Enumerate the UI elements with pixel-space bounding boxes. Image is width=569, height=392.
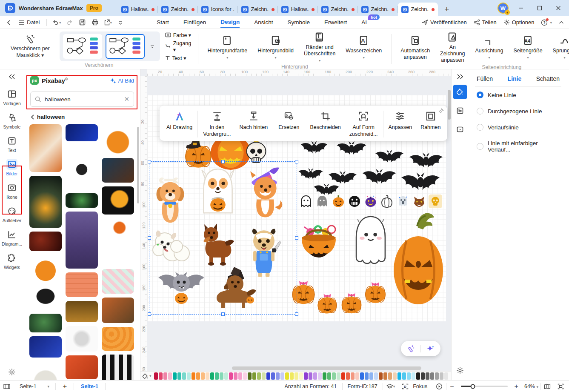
panel-scrollbar[interactable] (137, 127, 139, 203)
color-swatch[interactable] (313, 372, 317, 380)
ribbon-zugang-button[interactable]: *Zugang ▾ (165, 40, 194, 53)
color-swatch[interactable] (440, 372, 443, 380)
image-result-haunted-night-scene[interactable] (102, 158, 134, 183)
image-result-pumpkin-pile-photo[interactable] (102, 298, 134, 323)
sidebar-item-symbole[interactable]: Symbole (1, 109, 23, 132)
layers-icon[interactable]: ▾ (383, 383, 399, 389)
theme-more-button[interactable] (148, 44, 157, 49)
clipart-bow-pumpkin[interactable] (363, 277, 387, 310)
clipart-purple-pumpkin[interactable] (363, 194, 378, 209)
color-swatch[interactable] (234, 372, 237, 380)
ribbon-button[interactable]: Ränder und Überschriften▾ (299, 31, 340, 63)
color-swatch[interactable] (159, 372, 163, 380)
color-swatch[interactable] (332, 372, 336, 380)
clipart-pumpkin-outline[interactable] (380, 194, 394, 209)
active-page-tab[interactable]: Seite-1 (74, 383, 105, 389)
print-button[interactable] (89, 17, 100, 28)
color-swatch[interactable] (379, 372, 383, 380)
clipart-bow-pumpkin[interactable] (316, 292, 339, 317)
document-tab[interactable]: Icons for ... (198, 3, 238, 16)
magic-wand-button[interactable] (401, 341, 420, 356)
color-swatch[interactable] (421, 372, 425, 380)
color-swatch[interactable] (318, 372, 322, 380)
menu-einfügen[interactable]: Einfügen (183, 17, 206, 27)
color-swatch[interactable] (177, 372, 181, 380)
image-result-spooky-forest-pumpkin[interactable] (29, 176, 62, 228)
color-swatch[interactable] (412, 372, 415, 380)
document-tab[interactable]: Hallow... (118, 3, 158, 16)
collapse-toolbar-icon[interactable] (559, 20, 564, 24)
image-result-green-web-dark[interactable] (29, 314, 62, 332)
ai-image-button[interactable]: AI Bild (110, 77, 134, 84)
document-tab[interactable]: Hallow... (278, 3, 318, 16)
color-swatch[interactable] (397, 372, 401, 380)
ribbon-button[interactable]: An Zeichnung anpassen (435, 31, 470, 63)
color-swatch[interactable] (280, 372, 284, 380)
color-swatch[interactable] (309, 372, 312, 380)
sidebar-item-diagram[interactable]: Diagram... (1, 226, 23, 249)
save-button[interactable] (77, 17, 88, 28)
color-swatch[interactable] (168, 372, 172, 380)
color-swatch[interactable] (416, 372, 420, 380)
zoom-slider[interactable] (461, 386, 508, 387)
sidebar-item-text[interactable]: Text (1, 132, 23, 156)
pan-map-icon[interactable] (540, 383, 554, 389)
color-swatch[interactable] (252, 372, 256, 380)
toolbar-anpassen-button[interactable]: Anpassen (384, 110, 417, 132)
menu-start[interactable]: Start (157, 17, 169, 27)
image-result-red-pumpkins-photo[interactable] (66, 355, 98, 379)
ribbon-button[interactable]: Hintergrundbild▾ (252, 35, 299, 60)
clipart-bat[interactable] (298, 166, 323, 183)
color-swatch[interactable] (163, 372, 167, 380)
zoom-in-button[interactable]: + (511, 383, 522, 390)
selection-handle[interactable] (148, 160, 151, 163)
vertical-scrollbar[interactable] (448, 77, 451, 369)
file-menu[interactable]: Datei (16, 19, 42, 26)
toolbar-ersetzen-button[interactable]: Ersetzen (274, 110, 303, 132)
color-swatch[interactable] (229, 372, 233, 380)
color-swatch[interactable] (407, 372, 411, 380)
maximize-button[interactable] (533, 2, 546, 14)
presentation-play-icon[interactable] (432, 383, 446, 390)
clipart-bat[interactable] (375, 148, 404, 166)
fill-line-tool[interactable] (453, 85, 467, 99)
toolbar-auf-button[interactable]: Auf Form zuschneid... (345, 110, 382, 138)
color-swatch[interactable] (402, 372, 406, 380)
beautify-by-click-button[interactable]: Verschönern per Mausklick ▾ (4, 34, 56, 59)
clipart-ghost-light[interactable] (396, 194, 410, 209)
image-result-sketch-ghost[interactable] (66, 326, 98, 352)
collapse-ribbon-icon[interactable] (115, 17, 126, 28)
redo-button[interactable] (64, 17, 75, 28)
clipart-skull-yellow[interactable] (428, 194, 443, 209)
selection-handle[interactable] (295, 160, 298, 163)
color-swatch[interactable] (299, 372, 303, 380)
color-swatch[interactable] (346, 372, 350, 380)
tab-füllen[interactable]: Füllen (477, 75, 493, 82)
help-button[interactable]: ?▾ (541, 19, 552, 26)
color-swatch[interactable] (243, 372, 247, 380)
color-swatch[interactable] (182, 372, 186, 380)
drawing-canvas[interactable]: 20406080100120140160180200220240260280 2… (140, 69, 451, 371)
sidebar-item-bilder[interactable]: Bilder (1, 156, 23, 179)
clipart-carved-tall-pumpkin[interactable] (392, 211, 444, 307)
ribbon-button[interactable]: A4Seitengröße▾ (509, 35, 548, 60)
ribbon-button[interactable]: Hintergrundfarbe▾ (202, 35, 252, 60)
undo-button[interactable]: ▾ (51, 17, 62, 28)
toolbar-nach-button[interactable]: Nach hinten (235, 110, 272, 132)
color-swatch[interactable] (383, 372, 387, 380)
selection-handle[interactable] (295, 312, 298, 316)
clipart-bat[interactable] (400, 170, 441, 195)
clear-search-icon[interactable]: ✕ (124, 95, 129, 103)
color-swatch[interactable] (374, 372, 378, 380)
image-result-autumn-house-photo[interactable] (66, 301, 98, 322)
document-tab[interactable]: Zeichn... (158, 3, 198, 16)
clipart-vampire-face[interactable] (347, 194, 362, 209)
selection-handle[interactable] (295, 236, 298, 240)
image-result-happy-halloween-hat[interactable] (66, 145, 98, 189)
canvas-settings-gear-icon[interactable] (456, 366, 464, 374)
document-tab[interactable]: Zeichn... (398, 3, 438, 16)
back-button[interactable] (3, 17, 14, 28)
presentation-tool[interactable] (453, 122, 467, 137)
sidebar-item-ikone[interactable]: Ikone (1, 179, 23, 203)
ai-sparkle-button[interactable] (421, 341, 440, 356)
